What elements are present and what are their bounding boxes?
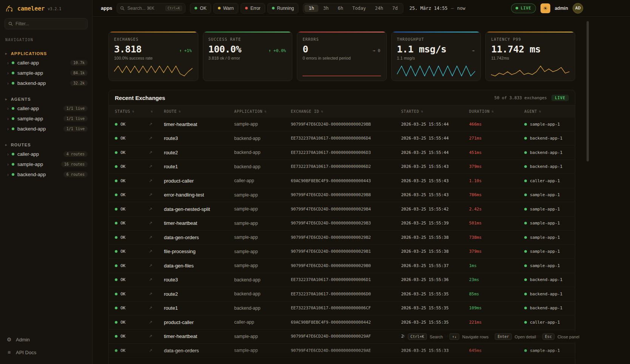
table-row[interactable]: OK ↗ product-caller caller-app 69AC90BF8… [109,315,575,330]
status-cell: OK [115,306,149,310]
item-count-badge: 32.2k [70,80,88,86]
status-dot [115,123,117,126]
column-header[interactable]: DURATION ⇅ [469,109,524,114]
column-header[interactable]: STATUS ⇅ [115,109,149,114]
sidebar-item-agent[interactable]: › sample-app 1/1 live [0,114,92,124]
item-live-badge: 1/1 live [63,106,88,111]
column-header[interactable]: ROUTE ⇅ [164,109,234,114]
sidebar-item-agent[interactable]: › backend-app 1/1 live [0,124,92,134]
agent-cell: sample-app-1 [524,192,575,197]
open-route-icon[interactable]: ↗ [149,150,164,155]
range-today[interactable]: Today [348,5,370,12]
table-row[interactable]: OK ↗ data-gen-files sample-app 90799F47E… [109,259,575,273]
section-header-applications[interactable]: ▸ APPLICATIONS [0,49,92,58]
item-name: sample-app [17,70,43,76]
sidebar-item-api-docs[interactable]: ≡ API Docs [0,346,92,359]
avatar[interactable]: AD [573,3,583,14]
open-route-icon[interactable]: ↗ [149,320,164,325]
theme-toggle-button[interactable]: ☀ [540,3,550,13]
sidebar-item-admin[interactable]: ⚙ Admin [0,333,92,346]
status-filter-chip[interactable]: Error [241,3,265,14]
table-row[interactable]: OK ↗ route3 backend-app EE7322370A10617-… [109,273,575,287]
open-route-icon[interactable]: ↗ [149,207,164,212]
open-route-icon[interactable]: ↗ [149,263,164,268]
sidebar-item-application[interactable]: › sample-app 84.1k [0,68,92,78]
open-route-icon[interactable]: ↗ [149,249,164,254]
status-dot [12,153,14,155]
app-logo[interactable]: cameleer v3.2.1 [0,0,92,17]
agent-cell: sample-app-1 [524,207,575,212]
table-row[interactable]: OK ↗ data-gen-orders sample-app 90799F47… [109,230,575,245]
range-24h[interactable]: 24h [371,5,388,12]
sidebar-item-route[interactable]: › caller-app 4 routes [0,149,92,159]
table-row[interactable]: OK ↗ route2 backend-app EE7322370A10617-… [109,146,575,160]
table-row[interactable]: OK ↗ error-handling-test sample-app 9079… [109,188,575,203]
column-header[interactable]: APPLICATION ⇅ [234,109,291,114]
table-row[interactable]: OK ↗ route1 backend-app EE7322370A10617-… [109,301,575,316]
stat-value: 100.0% [208,44,241,55]
sidebar-item-application[interactable]: › caller-app 10.7k [0,58,92,68]
column-header[interactable]: EXCHANGE ID ⇅ [291,109,401,114]
table-row[interactable]: OK ↗ route1 backend-app EE7322370A10617-… [109,160,575,174]
table-row[interactable]: OK ↗ data-gen-orders sample-app 90799F47… [109,344,575,358]
open-route-icon[interactable]: ↗ [149,277,164,282]
stat-card-exchanges[interactable]: EXCHANGES 3.818 ↑ +1% 100.0% success rat… [108,31,198,81]
table-row[interactable]: OK ↗ route2 backend-app EE7322370A10617-… [109,287,575,301]
open-route-icon[interactable]: ↗ [149,136,164,141]
sidebar-item-route[interactable]: › backend-app 6 routes [0,169,92,180]
range-7d[interactable]: 7d [388,5,401,12]
route-cell: timer-heartbeat [164,121,234,127]
status-filter-chip[interactable]: Warn [213,3,238,14]
table-row[interactable]: OK ↗ timer-heartbeat sample-app 90799F47… [109,117,575,132]
table-row[interactable]: OK ↗ file-processing sample-app 90799F47… [109,245,575,259]
stat-card-success-rate[interactable]: SUCCESS RATE 100.0% ↑ +0.0% 3.818 ok / 0… [203,31,293,81]
scrollbar-thumb[interactable] [587,21,589,161]
column-header[interactable]: AGENT ⇅ [524,109,575,114]
column-header[interactable]: ⇅ [149,109,164,113]
search-input[interactable] [127,6,162,11]
open-route-icon[interactable]: ↗ [149,334,164,339]
stat-card-latency-p99[interactable]: LATENCY P99 11.742 ms 11.742ms [485,31,575,81]
column-label: EXCHANGE ID [291,109,319,114]
open-route-icon[interactable]: ↗ [149,122,164,127]
table-row[interactable]: OK ↗ route3 backend-app EE7322370A10617-… [109,132,575,146]
live-toggle-button[interactable]: LIVE [511,3,536,13]
open-route-icon[interactable]: ↗ [149,292,164,296]
open-route-icon[interactable]: ↗ [149,306,164,310]
exchange-id-cell: 90799F47E6CD24D-00000000000029AF [291,334,401,339]
open-route-icon[interactable]: ↗ [149,221,164,226]
table-row[interactable]: OK ↗ data-gen-nested-split sample-app 90… [109,202,575,217]
column-header[interactable]: STARTED ⇅ [401,109,469,114]
stat-card-errors[interactable]: ERRORS 0 → 0 0 errors in selected period [297,31,387,81]
period-end: now [457,6,465,11]
item-name: backend-app [17,80,46,86]
table-row[interactable]: OK ↗ timer-heartbeat sample-app 90799F47… [109,217,575,231]
range-3h[interactable]: 3h [319,5,333,12]
sidebar-item-agent[interactable]: › caller-app 1/1 live [0,103,92,114]
caret-icon: ▸ [5,97,8,101]
open-route-icon[interactable]: ↗ [149,348,164,353]
context-tab-apps[interactable]: apps [101,5,112,11]
agent-cell: backend-app-1 [524,150,575,155]
filter-input[interactable] [15,21,84,26]
sidebar-item-application[interactable]: › backend-app 32.2k [0,78,92,88]
open-route-icon[interactable]: ↗ [149,235,164,240]
status-filter-chip[interactable]: OK [190,3,211,14]
table-row[interactable]: OK ↗ product-caller caller-app 69AC90BF8… [109,174,575,188]
open-route-icon[interactable]: ↗ [149,192,164,197]
open-route-icon[interactable]: ↗ [149,164,164,169]
status-label: OK [120,136,125,141]
period-display[interactable]: 25. März 14:55 — now [409,6,465,11]
sidebar-item-route[interactable]: › sample-app 16 routes [0,159,92,169]
exchange-id-cell: 90799F47E6CD24D-00000000000029B2 [291,235,401,240]
agent-name: sample-app-1 [530,207,560,212]
status-filter-chip[interactable]: Running [267,3,299,14]
section-header-agents[interactable]: ▸ AGENTS [0,95,92,103]
keyboard-hint: Enter Open detail [495,333,536,340]
range-6h[interactable]: 6h [334,5,347,12]
range-1h[interactable]: 1h [304,5,318,12]
section-header-routes[interactable]: ▸ ROUTES [0,141,92,149]
stat-card-throughput[interactable]: THROUGHPUT 1.1 msg/s → 1.1 msg/s [391,31,481,81]
open-route-icon[interactable]: ↗ [149,178,164,183]
started-cell: 2026-03-25 15:55:43 [401,178,469,183]
